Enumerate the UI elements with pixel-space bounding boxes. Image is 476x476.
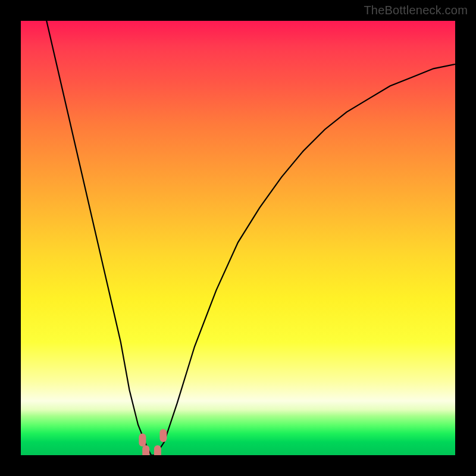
chart-frame: TheBottleneck.com	[0, 0, 476, 476]
marker-min-floor-a	[142, 445, 149, 455]
watermark-text: TheBottleneck.com	[364, 4, 468, 17]
marker-min-left-edge	[139, 434, 146, 447]
plot-area	[21, 21, 455, 455]
marker-group	[139, 429, 167, 455]
curve-layer	[21, 21, 455, 455]
marker-min-floor-b	[154, 445, 161, 455]
marker-min-right-edge	[159, 429, 167, 442]
bottleneck-curve	[43, 21, 456, 455]
